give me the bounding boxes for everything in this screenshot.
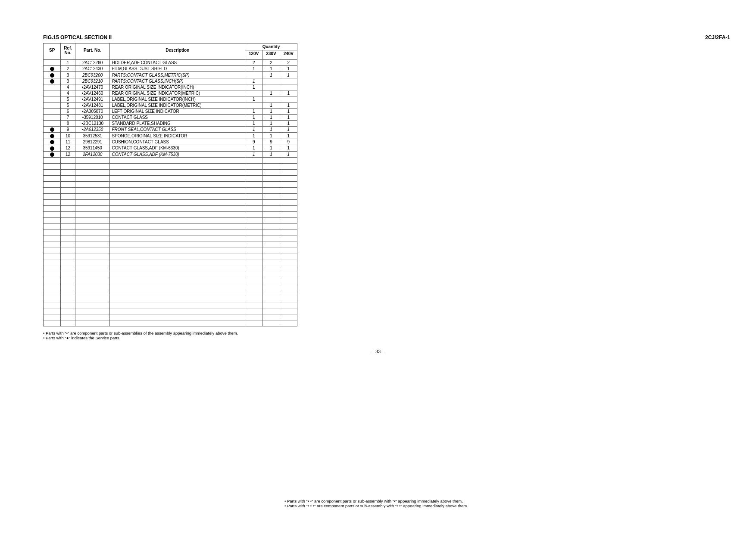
description-cell: LABEL,ORIGINAL SIZE INDICATOR(METRIC) (110, 102, 245, 109)
footer-left-line1: • Parts with "•" are component parts or … (43, 331, 739, 335)
qty-cell: 1 (245, 78, 262, 84)
qty-cell: 1 (262, 72, 280, 78)
description-cell: CONTACT GLASS,ADF (KM-7530) (110, 151, 245, 157)
table-row: 1035912531SPONGE,ORIGINAL SIZE INDICATOR… (44, 133, 297, 139)
empty-row (44, 181, 297, 187)
service-part-icon (50, 140, 54, 144)
qty-cell: 1 (262, 66, 280, 72)
ref-no-cell: 2 (61, 66, 75, 72)
empty-row (44, 242, 297, 248)
qty-cell (245, 72, 262, 78)
ref-no-cell: 3 (61, 72, 75, 78)
qty-cell (280, 84, 297, 90)
sp-cell (44, 139, 61, 145)
qty-cell: 1 (262, 127, 280, 133)
qty-cell: 1 (245, 145, 262, 151)
sp-cell (44, 78, 61, 84)
description-cell: LABEL,ORIGINAL SIZE INDICATOR(INCH) (110, 96, 245, 102)
qty-cell: 2 (280, 60, 297, 66)
description-cell: REAR ORIGINAL SIZE INDICATOR(METRIC) (110, 90, 245, 96)
table-row: 5•2AV12481LABEL,ORIGINAL SIZE INDICATOR(… (44, 102, 297, 109)
qty-cell: 1 (245, 127, 262, 133)
th-quantity: Quantity (245, 43, 297, 50)
qty-cell: 1 (262, 133, 280, 139)
description-cell: REAR ORIGINAL SIZE INDICATOR(INCH) (110, 84, 245, 90)
table-row: 1129812291CUSHION,CONTACT GLASS999 (44, 139, 297, 145)
qty-cell: 1 (245, 151, 262, 157)
description-cell: CONTACT GLASS (110, 115, 245, 121)
qty-cell: 1 (262, 145, 280, 151)
sp-cell (44, 151, 61, 157)
th-240v: 240V (280, 50, 297, 57)
service-part-icon (50, 67, 54, 71)
empty-row (44, 254, 297, 260)
part-no-cell: •2AV12491 (75, 96, 110, 102)
part-no-cell: •2AV12470 (75, 84, 110, 90)
sp-cell (44, 115, 61, 121)
sp-cell (44, 102, 61, 109)
empty-row (44, 290, 297, 296)
table-row: 6•2A305070LEFT ORIGINAL SIZE INDICATOR11… (44, 109, 297, 115)
qty-cell: 1 (245, 96, 262, 102)
empty-row (44, 187, 297, 193)
empty-row (44, 272, 297, 278)
table-row: 7•35912010CONTACT GLASS111 (44, 115, 297, 121)
part-no-cell: 2FA12030 (75, 151, 110, 157)
parts-table: SP Ref.No. Part. No. Description Quantit… (43, 43, 297, 326)
part-no-cell: 2AC12280 (75, 60, 110, 66)
empty-row (44, 314, 297, 320)
description-cell: FILM,GLASS DUST SHIELD (110, 66, 245, 72)
table-row: 32BC93200PARTS;CONTACT GLASS,METRIC(SP)1… (44, 72, 297, 78)
figure-title: FIG.15 OPTICAL SECTION II (43, 34, 739, 40)
qty-cell (245, 90, 262, 96)
ref-no-cell: 9 (61, 127, 75, 133)
qty-cell: 1 (245, 66, 262, 72)
service-part-icon (50, 73, 54, 78)
qty-cell: 1 (245, 109, 262, 115)
sp-cell (44, 133, 61, 139)
qty-cell (262, 78, 280, 84)
empty-row (44, 193, 297, 199)
footer-right: • Parts with "• •" are component parts o… (284, 499, 543, 508)
part-no-cell: •2AV12460 (75, 90, 110, 96)
sp-cell (44, 84, 61, 90)
qty-cell: 1 (262, 121, 280, 127)
sp-cell (44, 72, 61, 78)
part-no-cell: 35911450 (75, 145, 110, 151)
description-cell: HOLDER,ADF CONTACT GLASS (110, 60, 245, 66)
sp-cell (44, 109, 61, 115)
ref-no-cell: 1 (61, 60, 75, 66)
sp-cell (44, 127, 61, 133)
table-row: 1235911450CONTACT GLASS,ADF (KM-6330)111 (44, 145, 297, 151)
qty-cell: 1 (262, 115, 280, 121)
part-no-cell: •2AV12481 (75, 102, 110, 109)
table-row: 4•2AV12460REAR ORIGINAL SIZE INDICATOR(M… (44, 90, 297, 96)
qty-cell: 1 (280, 66, 297, 72)
description-cell: PARTS;CONTACT GLASS,INCH(SP) (110, 78, 245, 84)
qty-cell: 1 (280, 127, 297, 133)
qty-cell: 1 (280, 72, 297, 78)
empty-row (44, 308, 297, 314)
th-part: Part. No. (75, 43, 110, 57)
empty-row (44, 169, 297, 175)
ref-no-cell: 3 (61, 78, 75, 84)
empty-row (44, 284, 297, 290)
empty-row (44, 236, 297, 242)
ref-no-cell: 11 (61, 139, 75, 145)
service-part-icon (50, 146, 54, 151)
th-ref: Ref.No. (61, 43, 75, 57)
part-no-cell: •2A612350 (75, 127, 110, 133)
qty-cell: 1 (245, 121, 262, 127)
qty-cell: 1 (280, 145, 297, 151)
sp-cell (44, 96, 61, 102)
qty-cell: 1 (262, 109, 280, 115)
empty-row (44, 230, 297, 236)
page-container: FIG.15 OPTICAL SECTION II 2CJ/2FA-1 SP R… (0, 0, 756, 534)
ref-no-cell: 10 (61, 133, 75, 139)
part-no-cell: •2A305070 (75, 109, 110, 115)
qty-cell (262, 84, 280, 90)
part-no-cell: 2BC93210 (75, 78, 110, 84)
empty-row (44, 248, 297, 254)
part-no-cell: 2AC12430 (75, 66, 110, 72)
qty-cell: 1 (245, 84, 262, 90)
